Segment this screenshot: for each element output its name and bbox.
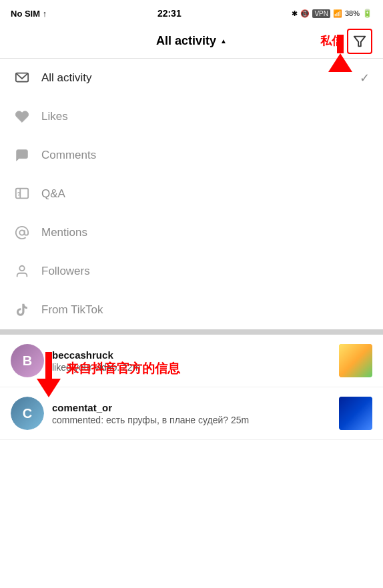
menu-item-qa-label: Q&A	[41, 187, 370, 201]
heart-icon	[13, 108, 31, 125]
menu-item-mentions-label: Mentions	[41, 226, 370, 239]
menu-item-from-tiktok[interactable]: From TikTok	[0, 291, 383, 329]
battery-icon: 🔋	[362, 9, 372, 18]
followers-icon	[13, 263, 31, 280]
svg-marker-0	[354, 36, 366, 46]
menu-item-all-activity-label: All activity	[41, 71, 349, 85]
vpn-badge: VPN	[312, 9, 330, 18]
tiktok-icon	[13, 301, 31, 319]
status-carrier: No SIM ↑	[11, 9, 47, 19]
menu-item-followers-label: Followers	[41, 265, 370, 278]
bluetooth-icon: ✱	[292, 9, 298, 18]
menu-item-qa[interactable]: ? Q&A	[0, 175, 383, 213]
wifi-icon: 📶	[333, 9, 342, 18]
battery-level: 38%	[345, 9, 360, 17]
activity-description: commented: есть пруфы, в плане судей? 25…	[52, 415, 331, 425]
signal-icon: 📵	[300, 9, 310, 18]
comment-icon	[13, 147, 31, 164]
activity-thumbnail	[339, 344, 372, 377]
top-arrow-annotation	[328, 35, 352, 72]
qa-icon: ?	[13, 185, 31, 203]
menu-item-comments[interactable]: Comments	[0, 136, 383, 175]
activity-info: comentat_or commented: есть пруфы, в пла…	[52, 402, 331, 425]
dropdown-triangle-icon: ▲	[220, 37, 227, 45]
activity-filter-dropdown: All activity ✓ Likes Comments ? Q&A	[0, 59, 383, 329]
menu-item-mentions[interactable]: Mentions	[0, 213, 383, 252]
selected-check-icon: ✓	[360, 71, 370, 85]
activity-thumbnail	[339, 397, 372, 430]
filter-icon	[352, 34, 367, 49]
section-divider	[0, 329, 383, 335]
header-title-text: All activity	[156, 34, 216, 48]
menu-item-all-activity[interactable]: All activity ✓	[0, 59, 383, 97]
svg-point-5	[19, 230, 24, 235]
mention-icon	[13, 224, 31, 241]
avatar: C	[11, 397, 44, 430]
bottom-annotation-text: 来自抖音官方的信息	[66, 360, 180, 397]
menu-item-from-tiktok-label: From TikTok	[41, 303, 370, 317]
menu-item-likes-label: Likes	[41, 110, 370, 123]
svg-text:?: ?	[17, 191, 21, 197]
activity-username: comentat_or	[52, 402, 331, 413]
svg-point-6	[19, 266, 24, 271]
chat-icon	[13, 69, 31, 87]
bottom-arrow-annotation: 来自抖音官方的信息	[37, 352, 180, 397]
menu-item-followers[interactable]: Followers	[0, 252, 383, 291]
menu-item-likes[interactable]: Likes	[0, 97, 383, 136]
status-time: 22:31	[157, 8, 181, 19]
page-header: All activity ▲ 私信	[0, 24, 383, 59]
status-bar: No SIM ↑ 22:31 ✱ 📵 VPN 📶 38% 🔋	[0, 0, 383, 24]
menu-item-comments-label: Comments	[41, 149, 370, 162]
status-indicators: ✱ 📵 VPN 📶 38% 🔋	[292, 9, 372, 18]
header-title-group[interactable]: All activity ▲	[156, 34, 227, 48]
